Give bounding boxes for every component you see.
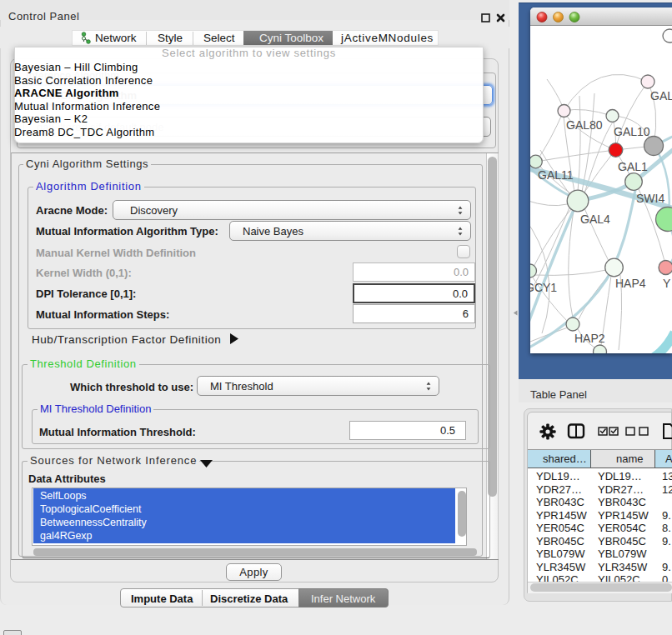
svg-text:GAL80: GAL80 bbox=[566, 118, 603, 132]
svg-text:HAP2: HAP2 bbox=[574, 332, 605, 345]
svg-text:GAL4: GAL4 bbox=[580, 212, 610, 226]
svg-text:GCY1: GCY1 bbox=[530, 281, 557, 294]
svg-text:GAL11: GAL11 bbox=[538, 168, 574, 182]
svg-text:HAP4: HAP4 bbox=[615, 277, 646, 290]
svg-text:GAL1: GAL1 bbox=[618, 160, 648, 173]
svg-text:Y: Y bbox=[663, 277, 671, 290]
svg-text:SWI4: SWI4 bbox=[636, 192, 664, 205]
svg-text:GAL: GAL bbox=[650, 89, 672, 102]
svg-text:GAL10: GAL10 bbox=[614, 125, 650, 138]
